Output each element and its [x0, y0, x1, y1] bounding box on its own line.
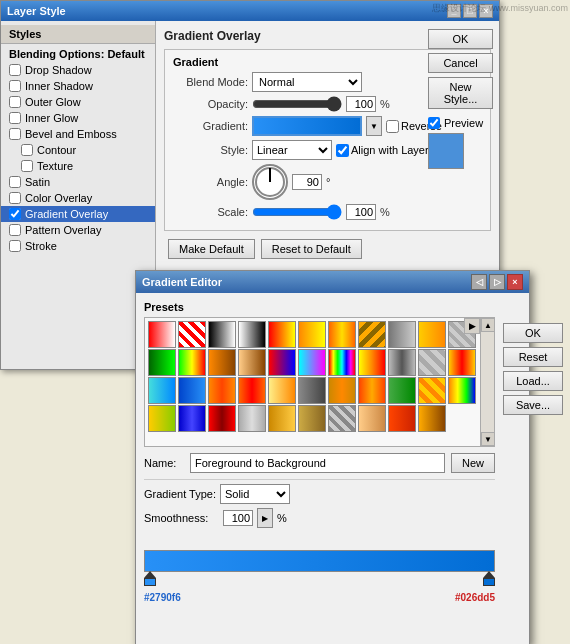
preset-swatch[interactable] [148, 321, 176, 348]
preset-swatch[interactable] [178, 405, 206, 432]
preset-swatch[interactable] [358, 377, 386, 404]
preset-swatch[interactable] [328, 405, 356, 432]
preview-checkbox[interactable] [428, 117, 440, 129]
scroll-up-btn[interactable]: ▲ [481, 318, 495, 332]
style-item-pattern-overlay[interactable]: Pattern Overlay [1, 222, 155, 238]
preset-swatch[interactable] [238, 377, 266, 404]
new-style-button[interactable]: New Style... [428, 77, 493, 109]
preset-swatch[interactable] [298, 377, 326, 404]
style-item-bevel[interactable]: Bevel and Emboss [1, 126, 155, 142]
style-item-satin[interactable]: Satin [1, 174, 155, 190]
name-input[interactable] [190, 453, 445, 473]
smoothness-value-input[interactable] [223, 510, 253, 526]
opacity-value-input[interactable] [346, 96, 376, 112]
preset-swatch[interactable] [268, 405, 296, 432]
pattern-overlay-checkbox[interactable] [9, 224, 21, 236]
preset-swatch[interactable] [328, 349, 356, 376]
preset-swatch[interactable] [298, 321, 326, 348]
preset-swatch[interactable] [178, 377, 206, 404]
style-item-texture[interactable]: Texture [1, 158, 155, 174]
preset-swatch[interactable] [208, 377, 236, 404]
preset-swatch[interactable] [268, 349, 296, 376]
scroll-down-btn[interactable]: ▼ [481, 432, 495, 446]
outer-glow-checkbox[interactable] [9, 96, 21, 108]
preset-swatch[interactable] [328, 321, 356, 348]
inner-glow-checkbox[interactable] [9, 112, 21, 124]
texture-checkbox[interactable] [21, 160, 33, 172]
gradient-type-select[interactable]: Solid Noise [220, 484, 290, 504]
align-layer-checkbox[interactable] [336, 144, 349, 157]
preset-swatch[interactable] [388, 377, 416, 404]
ge-restore-btn[interactable]: ▷ [489, 274, 505, 290]
scale-value-input[interactable] [346, 204, 376, 220]
preset-swatch[interactable] [148, 405, 176, 432]
style-item-drop-shadow[interactable]: Drop Shadow [1, 62, 155, 78]
ok-button[interactable]: OK [428, 29, 493, 49]
presets-expand-btn[interactable]: ▶ [464, 318, 480, 334]
ge-close-btn[interactable]: × [507, 274, 523, 290]
preset-swatch[interactable] [178, 321, 206, 348]
preset-swatch[interactable] [238, 321, 266, 348]
ge-minimize-btn[interactable]: ◁ [471, 274, 487, 290]
preset-swatch[interactable] [148, 377, 176, 404]
cancel-button[interactable]: Cancel [428, 53, 493, 73]
left-color-stop[interactable] [144, 571, 156, 586]
preset-swatch[interactable] [358, 349, 386, 376]
preset-swatch[interactable] [208, 321, 236, 348]
preset-swatch[interactable] [298, 405, 326, 432]
make-default-button[interactable]: Make Default [168, 239, 255, 259]
opacity-slider[interactable] [252, 98, 342, 110]
preset-swatch[interactable] [208, 349, 236, 376]
gradient-bar[interactable] [144, 550, 495, 572]
preset-swatch[interactable] [358, 405, 386, 432]
ge-load-button[interactable]: Load... [503, 371, 563, 391]
preset-swatch[interactable] [388, 349, 416, 376]
style-item-contour[interactable]: Contour [1, 142, 155, 158]
color-overlay-checkbox[interactable] [9, 192, 21, 204]
contour-checkbox[interactable] [21, 144, 33, 156]
preset-swatch[interactable] [358, 321, 386, 348]
preset-swatch[interactable] [178, 349, 206, 376]
preset-swatch[interactable] [418, 349, 446, 376]
preset-swatch[interactable] [388, 321, 416, 348]
preset-swatch[interactable] [418, 377, 446, 404]
ge-ok-button[interactable]: OK [503, 323, 563, 343]
style-item-blending[interactable]: Blending Options: Default [1, 46, 155, 62]
gradient-preview-box[interactable] [252, 116, 362, 136]
style-item-inner-glow[interactable]: Inner Glow [1, 110, 155, 126]
style-item-inner-shadow[interactable]: Inner Shadow [1, 78, 155, 94]
style-item-outer-glow[interactable]: Outer Glow [1, 94, 155, 110]
preset-swatch[interactable] [238, 405, 266, 432]
preset-swatch[interactable] [268, 377, 296, 404]
inner-shadow-checkbox[interactable] [9, 80, 21, 92]
preset-swatch[interactable] [238, 349, 266, 376]
style-select[interactable]: Linear Radial Angle [252, 140, 332, 160]
preset-swatch[interactable] [418, 321, 446, 348]
smoothness-arrow-btn[interactable]: ▶ [257, 508, 273, 528]
preset-swatch[interactable] [148, 349, 176, 376]
preset-swatch[interactable] [328, 377, 356, 404]
style-item-gradient-overlay[interactable]: Gradient Overlay [1, 206, 155, 222]
preset-swatch[interactable] [448, 377, 476, 404]
angle-value-input[interactable] [292, 174, 322, 190]
bevel-checkbox[interactable] [9, 128, 21, 140]
preset-swatch[interactable] [388, 405, 416, 432]
style-item-stroke[interactable]: Stroke [1, 238, 155, 254]
reverse-checkbox[interactable] [386, 120, 399, 133]
preset-swatch[interactable] [298, 349, 326, 376]
gradient-dropdown-arrow[interactable]: ▼ [366, 116, 382, 136]
ge-save-button[interactable]: Save... [503, 395, 563, 415]
preset-swatch[interactable] [418, 405, 446, 432]
scale-slider[interactable] [252, 206, 342, 218]
right-color-stop[interactable] [483, 571, 495, 586]
reset-to-default-button[interactable]: Reset to Default [261, 239, 362, 259]
style-item-color-overlay[interactable]: Color Overlay [1, 190, 155, 206]
satin-checkbox[interactable] [9, 176, 21, 188]
stroke-checkbox[interactable] [9, 240, 21, 252]
preset-swatch[interactable] [208, 405, 236, 432]
preset-swatch[interactable] [448, 349, 476, 376]
new-gradient-button[interactable]: New [451, 453, 495, 473]
preset-swatch[interactable] [268, 321, 296, 348]
blend-mode-select[interactable]: Normal [252, 72, 362, 92]
ge-reset-button[interactable]: Reset [503, 347, 563, 367]
